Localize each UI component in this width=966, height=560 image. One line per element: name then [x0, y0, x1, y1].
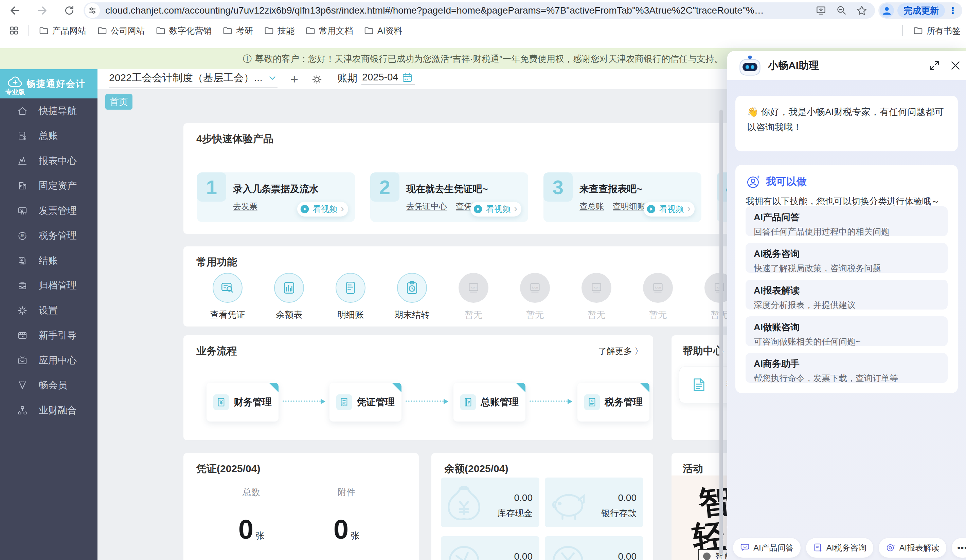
skill-name: AI做账咨询 [754, 321, 940, 333]
zoom-out-icon[interactable] [836, 5, 847, 16]
svg-text:税: 税 [591, 399, 594, 403]
func-view-voucher[interactable]: 查看凭证 [197, 273, 258, 321]
account-set-selector[interactable]: 2022工会会计制度（基层工会）... [109, 71, 278, 88]
sidebar-item-quick-nav[interactable]: 快捷导航 [0, 98, 97, 124]
sidebar-item-label: 固定资产 [39, 179, 77, 192]
link-go-invoice[interactable]: 去发票 [233, 201, 258, 212]
voucher-total: 总数 0张 [214, 486, 289, 545]
link-voucher-center[interactable]: 去凭证中心 [406, 201, 447, 212]
all-bookmarks[interactable]: 所有书签 [908, 23, 966, 38]
skill-tax-consult[interactable]: AI税务咨询 快速了解税局政策，咨询税务问题 [746, 243, 948, 273]
install-app-icon[interactable] [815, 5, 827, 16]
skill-desc: 帮您执行命令，发票下载，查询订单等 [754, 373, 940, 384]
bookmark-folder-kaoyan[interactable]: 考研 [217, 23, 258, 38]
watch-video-button[interactable]: 看视频 › [644, 201, 695, 216]
skill-name: AI产品问答 [754, 211, 940, 223]
chip-label: AI税务咨询 [826, 542, 867, 553]
url-text[interactable]: cloud.chanjet.com/accounting/u7uv12zix6b… [105, 5, 808, 16]
watch-video-button[interactable]: 看视频 › [297, 201, 348, 216]
sidebar-item-archive-mgmt[interactable]: 归档管理 [0, 273, 97, 298]
account-settings-icon[interactable] [311, 74, 323, 85]
func-empty-slot: icon 暂无 [628, 273, 688, 321]
back-icon[interactable] [5, 1, 25, 20]
bookmark-folder-marketing[interactable]: 数字化营销 [150, 23, 217, 38]
sidebar-item-settings[interactable]: 设置 [0, 298, 97, 323]
page-scrollbar[interactable] [720, 110, 723, 554]
chevron-right-icon: › [687, 203, 690, 213]
bookmarks-divider [902, 25, 903, 36]
period-value[interactable]: 2025-04 [361, 72, 414, 85]
step-title: 现在就去生凭证吧~ [406, 183, 488, 195]
tab-home[interactable]: 首页 [105, 94, 133, 110]
workflow-node-voucher[interactable]: 凭证管理 [329, 383, 401, 421]
close-icon[interactable] [950, 60, 961, 71]
bookmark-folder-products[interactable]: 产品网站 [33, 23, 92, 38]
skill-desc: 回答任何产品使用过程中的相关问题 [754, 226, 940, 237]
sidebar-item-tax-mgmt[interactable]: 税 税务管理 [0, 223, 97, 249]
sidebar-item-report-center[interactable]: 报表中心 [0, 148, 97, 174]
address-bar[interactable]: cloud.chanjet.com/accounting/u7uv12zix6b… [84, 2, 875, 19]
bookmark-folder-skills[interactable]: 技能 [258, 23, 300, 38]
bookmark-folder-docs[interactable]: 常用文档 [300, 23, 358, 38]
bookmark-star-icon[interactable] [856, 5, 867, 16]
workflow-card: 业务流程 了解更多 〉 财务管理 凭证管理 总账管理 税 税务 [183, 335, 653, 440]
func-detail-ledger[interactable]: 明细账 [320, 273, 381, 321]
skill-report-read[interactable]: AI报表解读 深度分析报表，并提供建议 [746, 280, 948, 309]
tax-doc-icon [813, 543, 823, 553]
sidebar-item-invoice-mgmt[interactable]: 发票管理 [0, 198, 97, 223]
apps-grid-icon[interactable] [5, 24, 23, 37]
sidebar-item-beginner-guide[interactable]: 新手引导 [0, 323, 97, 348]
sidebar-item-closing[interactable]: 结账 [0, 248, 97, 273]
sidebar: 畅捷通好会计 专业版 快捷导航 总账 报表中心 固定资产 发票管理 税 税务管理… [0, 69, 97, 560]
stat-label: 附件 [309, 486, 384, 498]
add-account-set-button[interactable]: + [291, 72, 298, 87]
sidebar-item-general-ledger[interactable]: 总账 [0, 124, 97, 149]
ai-assistant-panel: 小畅AI助理 👋 你好，我是小畅AI财税专家，有任何问题都可以咨询我哦！ 我可以… [727, 51, 966, 560]
bookmark-folder-company[interactable]: 公司网站 [92, 23, 150, 38]
sidebar-item-biz-finance[interactable]: 业财融合 [0, 398, 97, 423]
play-icon [646, 204, 656, 214]
chip-tax-consult[interactable]: AI税务咨询 [806, 538, 874, 558]
document-icon [691, 377, 707, 393]
sidebar-item-fixed-assets[interactable]: 固定资产 [0, 174, 97, 198]
chip-report-read[interactable]: AI报表解读 [878, 538, 946, 558]
workflow-node-tax[interactable]: 税 税务管理 [577, 383, 649, 421]
learn-more-link[interactable]: 了解更多 〉 [598, 345, 643, 357]
skill-bookkeeping[interactable]: AI做账咨询 可咨询做账相关的任何问题~ [746, 316, 948, 346]
chip-product-qa[interactable]: AI产品问答 [733, 538, 801, 558]
workflow-node-ledger[interactable]: 总账管理 [453, 383, 526, 421]
ai-panel-body: 👋 你好，我是小畅AI财税专家，有任何问题都可以咨询我哦！ 我可以做 我拥有以下… [727, 80, 966, 560]
calendar-icon [402, 72, 413, 83]
func-empty-slot: icon 暂无 [504, 273, 565, 321]
forward-icon[interactable] [33, 1, 52, 20]
period-date: 2025-04 [362, 72, 398, 83]
step-title: 来查查报表吧~ [580, 183, 642, 195]
bookmark-folder-ai[interactable]: AI资料 [358, 23, 408, 38]
banner-text: 尊敬的客户：您好！天津农商银行已成功为您激活“吉祥·财税通”一年免费使用权，感谢… [255, 53, 723, 65]
sidebar-item-label: 新手引导 [39, 329, 77, 342]
period-label: 账期 [338, 72, 357, 85]
expand-icon[interactable] [929, 60, 940, 71]
link-general-ledger[interactable]: 查总账 [580, 201, 604, 212]
skill-business-helper[interactable]: AI商务助手 帮您执行命令，发票下载，查询订单等 [746, 353, 948, 383]
browser-menu-icon[interactable]: ⋮ [948, 8, 958, 13]
site-settings-icon[interactable] [85, 3, 100, 18]
func-balance-table[interactable]: 余额表 [258, 273, 320, 321]
link-detail-ledger[interactable]: 查明细账 [613, 201, 646, 212]
workflow-title: 业务流程 [196, 344, 237, 358]
watch-video-button[interactable]: 看视频 › [470, 201, 521, 216]
finish-update-button[interactable]: 完成更新 [897, 3, 945, 18]
ai-panel-title: 小畅AI助理 [768, 59, 819, 73]
sidebar-item-label: 归档管理 [39, 279, 77, 292]
func-period-closing[interactable]: 期末结转 [381, 273, 443, 321]
sidebar-item-app-center[interactable]: 应用中心 [0, 348, 97, 373]
reload-icon[interactable] [60, 1, 79, 20]
accounting-period[interactable]: 账期 2025-04 [338, 72, 414, 87]
sidebar-item-member[interactable]: 畅会员 [0, 373, 97, 398]
func-label: 暂无 [588, 309, 605, 321]
skill-product-qa[interactable]: AI产品问答 回答任何产品使用过程中的相关问题 [746, 206, 948, 236]
workflow-node-finance[interactable]: 财务管理 [207, 383, 279, 421]
more-chips-button[interactable]: ••• [951, 538, 966, 558]
bookmark-label: 常用文档 [319, 25, 353, 36]
profile-avatar[interactable] [880, 3, 894, 18]
